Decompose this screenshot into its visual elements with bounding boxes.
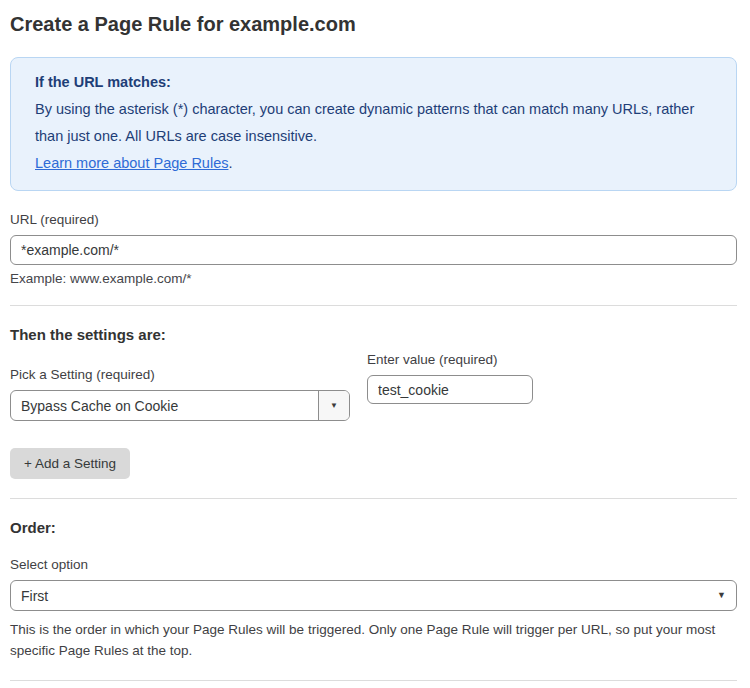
url-field-label: URL (required)	[10, 212, 737, 227]
order-select[interactable]: First ▼	[10, 580, 737, 611]
divider	[10, 305, 737, 306]
chevron-down-icon: ▼	[717, 591, 726, 600]
setting-picker-column: Pick a Setting (required) Bypass Cache o…	[10, 346, 350, 421]
value-field-label: Enter value (required)	[367, 352, 533, 367]
page-title: Create a Page Rule for example.com	[10, 0, 737, 36]
link-suffix: .	[228, 155, 232, 171]
setting-select-label: Pick a Setting (required)	[10, 367, 350, 382]
divider	[10, 498, 737, 499]
setting-select[interactable]: Bypass Cache on Cookie ▼	[10, 390, 350, 421]
setting-value-input[interactable]	[367, 375, 533, 404]
setting-value-column: Enter value (required)	[367, 346, 533, 421]
info-box-body: By using the asterisk (*) character, you…	[35, 96, 712, 150]
settings-section-heading: Then the settings are:	[10, 326, 737, 343]
add-setting-button[interactable]: + Add a Setting	[10, 448, 130, 479]
page-rule-form: Create a Page Rule for example.com If th…	[0, 0, 750, 688]
order-helper-text: This is the order in which your Page Rul…	[10, 619, 734, 661]
order-select-value: First	[21, 588, 717, 604]
url-match-info-box: If the URL matches: By using the asteris…	[10, 57, 737, 191]
settings-row: Pick a Setting (required) Bypass Cache o…	[10, 346, 737, 421]
url-example-helper: Example: www.example.com/*	[10, 271, 737, 286]
info-box-heading: If the URL matches:	[35, 69, 712, 96]
divider	[10, 680, 737, 681]
chevron-down-icon: ▼	[330, 402, 338, 410]
learn-more-link[interactable]: Learn more about Page Rules	[35, 155, 228, 171]
url-input[interactable]	[10, 235, 737, 265]
order-select-label: Select option	[10, 557, 737, 572]
info-box-link-line: Learn more about Page Rules.	[35, 150, 712, 177]
setting-select-value: Bypass Cache on Cookie	[11, 391, 318, 420]
order-section-heading: Order:	[10, 519, 737, 536]
setting-select-arrow-button[interactable]: ▼	[318, 391, 349, 420]
